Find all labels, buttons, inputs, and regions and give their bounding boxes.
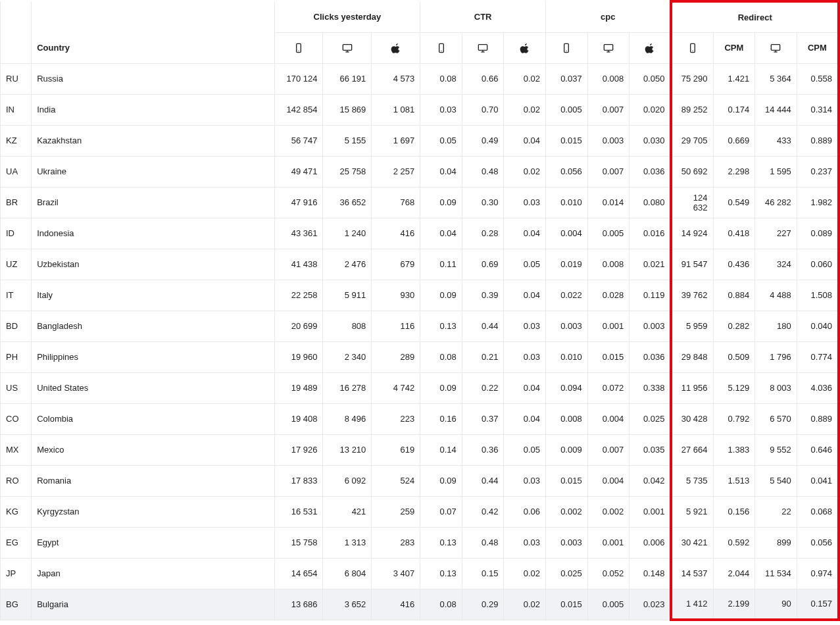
table-row[interactable]: UAUkraine49 47125 7582 2570.040.480.020.… xyxy=(1,156,839,187)
cell-redirect-cpm-desktop: 0.558 xyxy=(797,63,839,94)
col-group-cpc[interactable]: cpc xyxy=(546,1,672,32)
table-row[interactable]: MXMexico17 92613 2106190.140.360.050.009… xyxy=(1,434,839,465)
cell-clicks-mobile: 16 531 xyxy=(274,496,323,527)
table-row[interactable]: JPJapan14 6546 8043 4070.130.150.020.025… xyxy=(1,558,839,589)
cell-country-name: Bulgaria xyxy=(32,589,274,620)
cell-clicks-desktop: 2 340 xyxy=(323,341,372,372)
cell-ctr-mobile: 0.08 xyxy=(420,589,462,620)
col-clicks-mobile[interactable] xyxy=(274,32,323,63)
col-clicks-desktop[interactable] xyxy=(323,32,372,63)
cell-ctr-apple: 0.05 xyxy=(504,249,546,280)
col-redirect-desktop[interactable] xyxy=(755,32,797,63)
cell-ctr-mobile: 0.13 xyxy=(420,311,462,341)
cell-clicks-mobile: 170 124 xyxy=(274,63,323,94)
cell-cpc-mobile: 0.037 xyxy=(546,63,588,94)
col-clicks-apple[interactable] xyxy=(372,32,420,63)
cell-country-name: Romania xyxy=(32,465,274,496)
table-row[interactable]: KZKazakhstan56 7475 1551 6970.050.490.04… xyxy=(1,125,839,156)
table-row[interactable]: RORomania17 8336 0925240.090.440.030.015… xyxy=(1,465,839,496)
cell-cpc-apple: 0.042 xyxy=(630,465,672,496)
cell-cpc-apple: 0.080 xyxy=(630,187,672,218)
cell-cpc-mobile: 0.019 xyxy=(546,249,588,280)
col-cpc-apple[interactable] xyxy=(630,32,672,63)
cell-redirect-desktop: 227 xyxy=(755,218,797,249)
table-row[interactable]: COColombia19 4088 4962230.160.370.040.00… xyxy=(1,403,839,434)
cell-cpc-mobile: 0.015 xyxy=(546,589,588,620)
col-redirect-cpm-desktop[interactable]: CPM xyxy=(797,32,839,63)
col-header-code[interactable] xyxy=(1,1,32,63)
cell-redirect-desktop: 5 540 xyxy=(755,465,797,496)
col-group-redirect[interactable]: Redirect xyxy=(671,1,839,32)
cell-redirect-cpm-mobile: 0.592 xyxy=(713,527,755,558)
table-body: RURussia170 12466 1914 5730.080.660.020.… xyxy=(1,63,839,620)
cell-clicks-apple: 619 xyxy=(372,434,420,465)
table-row[interactable]: USUnited States19 48916 2784 7420.090.22… xyxy=(1,372,839,403)
cell-redirect-mobile: 50 692 xyxy=(671,156,713,187)
cell-country-name: Japan xyxy=(32,558,274,589)
desktop-icon xyxy=(342,43,353,53)
table-row[interactable]: BRBrazil47 91636 6527680.090.300.030.010… xyxy=(1,187,839,218)
col-cpc-desktop[interactable] xyxy=(587,32,630,63)
cell-redirect-mobile: 39 762 xyxy=(671,280,713,311)
table-row[interactable]: PHPhilippines19 9602 3402890.080.210.030… xyxy=(1,341,839,372)
cell-redirect-desktop: 46 282 xyxy=(755,187,797,218)
table-row[interactable]: BGBulgaria13 6863 6524160.080.290.020.01… xyxy=(1,589,839,620)
col-redirect-mobile[interactable] xyxy=(671,32,713,63)
cell-cpc-apple: 0.030 xyxy=(630,125,672,156)
cell-ctr-desktop: 0.37 xyxy=(462,403,504,434)
cell-cpc-mobile: 0.094 xyxy=(546,372,588,403)
cell-ctr-apple: 0.02 xyxy=(504,94,546,125)
cell-ctr-apple: 0.02 xyxy=(504,63,546,94)
cell-clicks-desktop: 36 652 xyxy=(323,187,372,218)
cell-redirect-desktop: 899 xyxy=(755,527,797,558)
cell-clicks-desktop: 1 240 xyxy=(323,218,372,249)
mobile-icon xyxy=(687,43,698,53)
cell-ctr-desktop: 0.48 xyxy=(462,156,504,187)
col-cpc-mobile[interactable] xyxy=(546,32,588,63)
table-row[interactable]: BDBangladesh20 6998081160.130.440.030.00… xyxy=(1,311,839,341)
table-row[interactable]: EGEgypt15 7581 3132830.130.480.030.0030.… xyxy=(1,527,839,558)
cell-country-name: Italy xyxy=(32,280,274,311)
cell-ctr-apple: 0.02 xyxy=(504,558,546,589)
col-group-ctr[interactable]: CTR xyxy=(420,1,546,32)
col-ctr-mobile[interactable] xyxy=(420,32,462,63)
cell-redirect-desktop: 8 003 xyxy=(755,372,797,403)
cell-redirect-mobile: 30 428 xyxy=(671,403,713,434)
table-row[interactable]: UZUzbekistan41 4382 4766790.110.690.050.… xyxy=(1,249,839,280)
table-row[interactable]: INIndia142 85415 8691 0810.030.700.020.0… xyxy=(1,94,839,125)
cell-ctr-desktop: 0.66 xyxy=(462,63,504,94)
cell-cpc-desktop: 0.004 xyxy=(587,403,630,434)
table-row[interactable]: RURussia170 12466 1914 5730.080.660.020.… xyxy=(1,63,839,94)
cell-cpc-apple: 0.036 xyxy=(630,156,672,187)
cell-redirect-cpm-desktop: 0.889 xyxy=(797,403,839,434)
cell-ctr-desktop: 0.42 xyxy=(462,496,504,527)
cell-ctr-apple: 0.03 xyxy=(504,465,546,496)
cell-clicks-desktop: 16 278 xyxy=(323,372,372,403)
cell-redirect-mobile: 1 412 xyxy=(671,589,713,620)
col-group-clicks-yesterday[interactable]: Clicks yesterday xyxy=(274,1,420,32)
cell-country-code: RU xyxy=(1,63,32,94)
table-row[interactable]: KGKyrgyzstan16 5314212590.070.420.060.00… xyxy=(1,496,839,527)
col-header-country[interactable]: Country xyxy=(32,1,274,63)
cell-redirect-desktop: 5 364 xyxy=(755,63,797,94)
cell-ctr-desktop: 0.22 xyxy=(462,372,504,403)
cell-ctr-mobile: 0.13 xyxy=(420,527,462,558)
cell-clicks-mobile: 13 686 xyxy=(274,589,323,620)
cell-cpc-desktop: 0.007 xyxy=(587,94,630,125)
cell-cpc-desktop: 0.052 xyxy=(587,558,630,589)
cell-redirect-desktop: 22 xyxy=(755,496,797,527)
mobile-icon xyxy=(293,43,304,53)
cell-country-code: RO xyxy=(1,465,32,496)
cell-cpc-mobile: 0.002 xyxy=(546,496,588,527)
cell-ctr-mobile: 0.09 xyxy=(420,280,462,311)
cell-ctr-mobile: 0.08 xyxy=(420,341,462,372)
col-ctr-desktop[interactable] xyxy=(462,32,504,63)
col-redirect-cpm-mobile[interactable]: CPM xyxy=(713,32,755,63)
cell-clicks-apple: 116 xyxy=(372,311,420,341)
table-row[interactable]: ITItaly22 2585 9119300.090.390.040.0220.… xyxy=(1,280,839,311)
col-ctr-apple[interactable] xyxy=(504,32,546,63)
cell-ctr-apple: 0.03 xyxy=(504,527,546,558)
cell-cpc-desktop: 0.072 xyxy=(587,372,630,403)
table-row[interactable]: IDIndonesia43 3611 2404160.040.280.040.0… xyxy=(1,218,839,249)
cell-clicks-mobile: 19 408 xyxy=(274,403,323,434)
